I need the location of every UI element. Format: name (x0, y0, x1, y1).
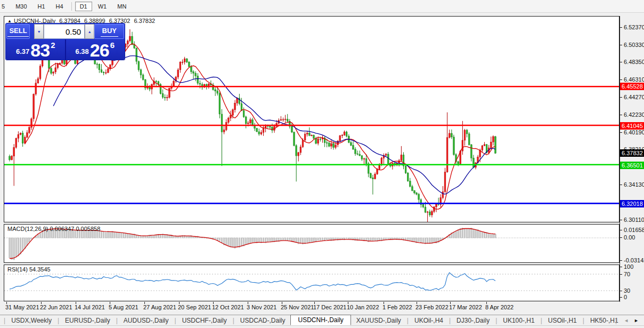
chart-tab-usdx-weekly[interactable]: USDX,Weekly (6, 316, 57, 325)
rsi-label: RSI(14) 54.3545 (7, 266, 51, 273)
chart-tab-eurusd-daily[interactable]: EURUSD-,Daily (60, 316, 116, 325)
mt4-trading-platform: { "toolbar": { "timeframes": [ {"label":… (0, 0, 644, 328)
timeframe-button-W1[interactable]: W1 (93, 2, 112, 11)
timeframe-button-M30[interactable]: M30 (11, 2, 31, 11)
chart-tab-usdchf-daily[interactable]: USDCHF-,Daily (177, 316, 232, 325)
ohlc-close: 6.37832 (134, 18, 155, 24)
timeframe-button-H1[interactable]: H1 (33, 2, 50, 11)
rsi-chart (4, 265, 619, 301)
price-axis-tick-label: 6.40190 (624, 129, 644, 135)
date-axis-label: 14 Jul 2021 (75, 304, 105, 310)
axis-tick-mark (620, 115, 622, 115)
axis-tick-mark (620, 291, 622, 291)
tab-separator: | (407, 317, 409, 324)
date-axis-label: 8 Apr 2022 (485, 304, 513, 310)
chart-tab-usdcnh-daily[interactable]: USDCNH-,Daily (290, 315, 350, 325)
axis-tick-mark (620, 267, 622, 267)
chart-tab-uk100-h1[interactable]: UK100-,H1 (498, 316, 540, 325)
axis-tick-mark (620, 45, 622, 45)
axis-tick-mark (620, 220, 622, 220)
toolbar-separator (71, 2, 72, 11)
price-axis-tick-label: 6.30110 (624, 217, 644, 223)
timeframe-button-5[interactable]: 5 (0, 2, 10, 11)
price-axis: 6.523706.503306.483506.463106.442706.422… (619, 16, 644, 302)
date-axis-label: 1 Feb 2022 (382, 304, 412, 310)
trade-panel-divider (65, 39, 66, 60)
sell-button[interactable]: SELL (6, 24, 30, 39)
tab-separator: | (58, 317, 59, 324)
price-level-label: 6.37832 (620, 149, 644, 157)
timeframe-toolbar: 5M30H1H4D1W1MN (0, 0, 644, 13)
tab-separator: | (4, 317, 5, 324)
date-axis-label: 17 Dec 2021 (313, 304, 346, 310)
volume-decrease-button[interactable]: ▼ (34, 24, 44, 39)
tab-separator: | (615, 317, 617, 324)
chart-tab-usdcad-daily[interactable]: USDCAD-,Daily (235, 316, 291, 325)
triangle-down-icon: ▼ (37, 30, 41, 34)
rsi-axis-tick-label: 100 (624, 263, 633, 270)
tab-scroll-controls: | ◄ ► (615, 317, 641, 324)
chart-tab-list: |USDX,Weekly|EURUSD-,Daily|AUDUSD-,Daily… (3, 315, 624, 326)
price-axis-tick-label: 6.48350 (624, 59, 644, 65)
axis-tick-mark (620, 297, 622, 298)
axis-tick-mark (620, 97, 622, 98)
timeframe-button-H4[interactable]: H4 (51, 2, 68, 11)
axis-tick-mark (620, 185, 622, 185)
axis-tick-mark (620, 274, 622, 275)
chart-tab-ukoil-h4[interactable]: UKOil-,H4 (409, 316, 449, 325)
price-level-label: 6.36501 (620, 162, 644, 169)
volume-input[interactable]: 0.50 (44, 24, 85, 39)
buy-price-display[interactable]: 6.38 26 6 (66, 39, 125, 60)
axis-tick-mark (620, 132, 622, 133)
chart-tab-audusd-daily[interactable]: AUDUSD-,Daily (118, 316, 174, 325)
date-axis-label: 23 Feb 2022 (415, 304, 449, 310)
tab-scroll-right-icon[interactable]: ► (631, 318, 641, 323)
axis-tick-mark (620, 27, 622, 28)
axis-tick-mark (620, 260, 622, 261)
date-axis-label: 17 Mar 2022 (449, 304, 482, 310)
price-level-label: 6.45528 (620, 83, 644, 90)
tab-separator: | (116, 317, 118, 324)
date-axis-label: 5 Aug 2021 (109, 304, 138, 310)
axis-tick-mark (620, 230, 622, 230)
buy-button[interactable]: BUY (94, 24, 124, 39)
macd-indicator-panel[interactable]: MACD(12,26,9) 0.006347 0.005858 (4, 224, 619, 263)
macd-axis-tick-label: -0.031421 (624, 257, 644, 263)
volume-increase-button[interactable]: ▲ (85, 24, 94, 39)
price-axis-tick-label: 6.44270 (624, 94, 644, 100)
date-axis-label: 25 Nov 2021 (281, 304, 314, 310)
date-axis: 31 May 202122 Jun 202114 Jul 20215 Aug 2… (4, 302, 619, 313)
axis-tick-mark (620, 62, 622, 62)
date-axis-label: 27 Aug 2021 (143, 304, 176, 310)
macd-axis-tick-label: 0.016586 (624, 227, 644, 233)
chart-tab-bar: |USDX,Weekly|EURUSD-,Daily|AUDUSD-,Daily… (0, 315, 644, 326)
tab-separator: | (541, 317, 542, 324)
tab-separator: | (175, 317, 176, 324)
tab-separator: | (495, 317, 497, 324)
rsi-axis-tick-label: 30 (624, 287, 630, 294)
macd-axis-tick-label: 0.00 (624, 234, 635, 241)
price-axis-tick-label: 6.46310 (624, 76, 644, 83)
price-axis-tick-label: 6.52370 (624, 24, 644, 30)
triangle-up-icon: ▲ (88, 30, 92, 34)
sell-price-display[interactable]: 6.37 83 2 (6, 39, 66, 60)
chart-tab-xauusd-daily[interactable]: XAUUSD-,Daily (351, 316, 406, 325)
timeframe-button-MN[interactable]: MN (112, 2, 131, 11)
one-click-trade-panel: SELL ▼ 0.50 ▲ BUY 6.37 83 2 6.38 26 6 (6, 23, 125, 60)
price-level-label: 6.32018 (620, 200, 644, 207)
date-axis-label: 20 Sep 2021 (178, 304, 211, 310)
axis-tick-mark (620, 237, 622, 238)
chart-tab-usoil-h1[interactable]: USOil-,H1 (543, 316, 582, 325)
date-axis-label: 10 Jan 2022 (347, 304, 379, 310)
price-chart-panel[interactable]: ▲USDCNH-,Daily6.379846.388996.373026.378… (4, 16, 619, 222)
date-axis-label: 31 May 2021 (5, 304, 39, 310)
date-axis-label: 22 Jun 2021 (40, 304, 72, 310)
rsi-indicator-panel[interactable]: RSI(14) 54.3545 (4, 265, 619, 301)
collapse-arrow-icon[interactable]: ▲ (7, 19, 12, 23)
tab-scroll-left-icon[interactable]: ◄ (621, 318, 631, 323)
rsi-axis-tick-label: 0 (624, 294, 627, 300)
timeframe-button-D1[interactable]: D1 (75, 2, 92, 11)
tab-separator: | (449, 317, 451, 324)
chart-tab-dj30-daily[interactable]: DJ30-,Daily (451, 316, 495, 325)
price-axis-tick-label: 6.34130 (624, 181, 644, 188)
